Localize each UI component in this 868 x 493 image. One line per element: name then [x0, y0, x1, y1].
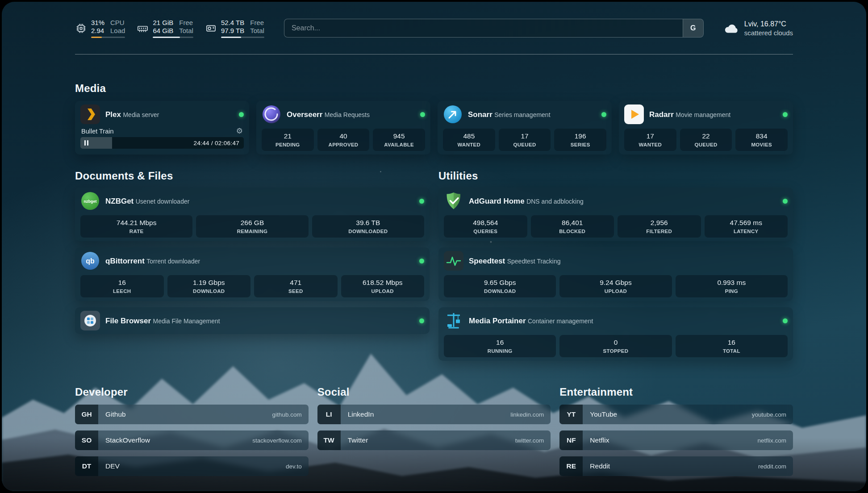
stat-value: 266 GB [198, 219, 306, 227]
service-name: qBittorrent [105, 257, 145, 265]
service-card-adguard[interactable]: AdGuard Home DNS and adblocking 498,564Q… [438, 188, 793, 241]
service-card-overseerr[interactable]: Overseerr Media Requests 21PENDING 40APP… [256, 101, 430, 155]
stat-box: 21PENDING [262, 129, 314, 151]
playback-time: 24:44 / 02:06:47 [194, 140, 239, 146]
service-card-qbittorrent[interactable]: qb qBittorrent Torrent downloader 16LEEC… [75, 247, 430, 301]
stat-box: 86,401BLOCKED [531, 215, 614, 238]
stat-box: 16LEECH [80, 275, 164, 297]
memory-free: 21 GiB [153, 19, 173, 27]
bookmark-abbr: GH [75, 405, 98, 424]
stat-value: 16 [677, 338, 786, 347]
stat-value: 744.21 Mbps [82, 219, 191, 227]
bookmark-row-dev[interactable]: DT DEV dev.to [75, 456, 309, 476]
bookmark-url: youtube.com [752, 411, 786, 418]
bookmark-row-youtube[interactable]: YT YouTube youtube.com [559, 405, 793, 424]
stat-box: 17WANTED [624, 129, 676, 151]
search-provider-button[interactable]: G [683, 19, 703, 37]
disk-free: 52.4 TB [221, 19, 244, 27]
stat-label: WANTED [626, 142, 675, 148]
service-card-portainer[interactable]: Media Portainer Container management 16R… [438, 307, 793, 361]
stat-value: 945 [375, 132, 423, 140]
speedtest-icon [444, 251, 463, 271]
service-card-plex[interactable]: Plex Media server Bullet Train ⚙ [75, 101, 249, 155]
plex-icon [80, 104, 100, 124]
stat-box: 22QUEUED [680, 129, 732, 151]
section-title-utilities: Utilities [438, 170, 793, 182]
service-name: File Browser [105, 317, 151, 325]
documents-column: Documents & Files nzbget NZBGet Usenet d… [75, 170, 430, 361]
stat-box: 0STOPPED [559, 335, 672, 357]
bookmark-row-twitter[interactable]: TW Twitter twitter.com [317, 430, 551, 450]
bookmark-name: Reddit [590, 462, 610, 470]
settings-gear-icon[interactable]: ⚙ [236, 127, 243, 135]
stat-label: UPLOAD [561, 288, 670, 294]
disk-icon [205, 22, 217, 34]
cpu-label: CPU [110, 19, 125, 27]
stat-label: AVAILABLE [375, 142, 423, 148]
service-name: Sonarr [468, 110, 492, 119]
stat-box: 498,564QUERIES [444, 215, 527, 238]
cpu-load: 2.94 [91, 27, 104, 35]
memory-widget: 21 GiB Free 64 GiB Total [137, 19, 193, 38]
stat-box: 1.19 GbpsDOWNLOAD [167, 275, 251, 297]
stat-label: PENDING [263, 142, 312, 148]
stat-box: 2,956FILTERED [618, 215, 701, 238]
service-subtitle: Media File Management [153, 318, 220, 325]
bookmark-name: Github [105, 410, 126, 418]
filebrowser-icon [80, 311, 100, 330]
service-name: Media Portainer [469, 317, 526, 325]
bookmark-row-reddit[interactable]: RE Reddit reddit.com [559, 456, 793, 476]
stat-box: 834MOVIES [735, 129, 788, 151]
section-title-developer: Developer [75, 386, 309, 398]
stat-label: UPLOAD [343, 288, 423, 294]
weather-condition: scattered clouds [744, 29, 793, 37]
service-subtitle: Container management [528, 318, 593, 325]
playback-progress-bar[interactable]: 24:44 / 02:06:47 [80, 137, 244, 149]
stat-box: 744.21 MbpsRATE [80, 215, 192, 238]
stat-box: 0.993 msPING [676, 275, 788, 297]
service-card-sonarr[interactable]: Sonarr Series management 485WANTED 17QUE… [438, 101, 612, 155]
stat-value: 16 [82, 279, 162, 287]
bookmark-abbr: SO [75, 430, 98, 450]
nzbget-icon: nzbget [80, 191, 100, 211]
stat-value: 16 [446, 338, 554, 347]
service-subtitle: Usenet downloader [136, 198, 190, 205]
service-card-radarr[interactable]: Radarr Movie management 17WANTED 22QUEUE… [619, 101, 793, 155]
stat-value: 47.569 ms [706, 219, 786, 227]
adguard-icon [444, 191, 463, 211]
stat-label: QUEUED [501, 142, 549, 148]
bookmark-row-stackoverflow[interactable]: SO StackOverflow stackoverflow.com [75, 430, 309, 450]
service-name: Speedtest [469, 257, 505, 265]
app-frame: 31% CPU 2.94 Load 21 GiB Free 64 GiB Tot… [0, 0, 868, 493]
stat-label: MOVIES [737, 142, 786, 148]
stat-label: SEED [256, 288, 336, 294]
section-title-social: Social [317, 386, 551, 398]
stat-box: 40APPROVED [317, 129, 370, 151]
stat-value: 834 [737, 132, 786, 140]
stat-box: 39.6 TBDOWNLOADED [312, 215, 424, 238]
stat-label: PING [677, 288, 786, 294]
service-card-speedtest[interactable]: Speedtest Speedtest Tracking 9.65 GbpsDO… [438, 247, 793, 301]
service-card-nzbget[interactable]: nzbget NZBGet Usenet downloader 744.21 M… [75, 188, 430, 241]
bookmark-group-entertainment: Entertainment YT YouTube youtube.com NF … [559, 386, 793, 476]
bookmark-abbr: NF [559, 430, 583, 450]
sonarr-icon [443, 104, 463, 124]
weather-location-temp: Lviv, 16.87°C [744, 20, 793, 29]
stat-value: 21 [263, 132, 312, 140]
service-subtitle: Series management [494, 111, 550, 118]
service-name: Radarr [649, 110, 674, 119]
stat-box: 16TOTAL [676, 335, 788, 357]
service-card-filebrowser[interactable]: File Browser Media File Management [75, 307, 430, 334]
section-title-entertainment: Entertainment [559, 386, 793, 398]
pause-button[interactable] [84, 140, 88, 146]
bookmark-name: DEV [105, 462, 120, 470]
bookmark-row-netflix[interactable]: NF Netflix netflix.com [559, 430, 793, 450]
stat-label: DOWNLOADED [314, 228, 422, 234]
service-name: NZBGet [105, 197, 134, 205]
search-input[interactable] [284, 19, 683, 37]
bookmark-row-linkedin[interactable]: LI LinkedIn linkedin.com [317, 405, 551, 424]
service-subtitle: Speedtest Tracking [507, 258, 561, 265]
stat-label: TOTAL [677, 348, 786, 354]
bookmark-row-github[interactable]: GH Github github.com [75, 405, 309, 424]
service-subtitle: Torrent downloader [146, 258, 200, 265]
